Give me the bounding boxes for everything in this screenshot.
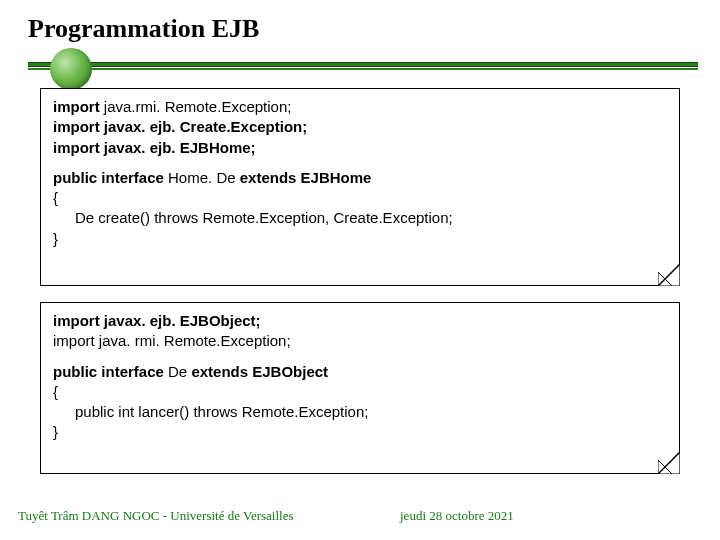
- title-ornament: [28, 52, 698, 78]
- footer-date: jeudi 28 octobre 2021: [400, 508, 514, 524]
- code-line: import java. rmi. Remote.Exception;: [53, 331, 667, 351]
- code-line: De create() throws Remote.Exception, Cre…: [53, 208, 667, 228]
- ornament-sphere: [50, 48, 92, 90]
- code-line: public interface De extends EJBObject: [53, 362, 667, 382]
- code-box-remote-interface: import javax. ejb. EJBObject; import jav…: [40, 302, 680, 474]
- dogear-fold: [658, 264, 680, 286]
- code-line: {: [53, 382, 667, 402]
- code-line: import java.rmi. Remote.Exception;: [53, 97, 667, 117]
- code-line: import javax. ejb. Create.Exception;: [53, 117, 667, 137]
- code-line: import javax. ejb. EJBHome;: [53, 138, 667, 158]
- code-line: public interface Home. De extends EJBHom…: [53, 168, 667, 188]
- code-box-home-interface: import java.rmi. Remote.Exception; impor…: [40, 88, 680, 286]
- ornament-bars: [28, 62, 698, 70]
- code-line: }: [53, 422, 667, 442]
- footer-author: Tuyêt Trâm DANG NGOC - Université de Ver…: [18, 508, 294, 524]
- code-line: import javax. ejb. EJBObject;: [53, 311, 667, 331]
- code-line: {: [53, 188, 667, 208]
- slide-title: Programmation EJB: [28, 14, 259, 44]
- code-line: public int lancer() throws Remote.Except…: [53, 402, 667, 422]
- code-line: }: [53, 229, 667, 249]
- dogear-fold: [658, 452, 680, 474]
